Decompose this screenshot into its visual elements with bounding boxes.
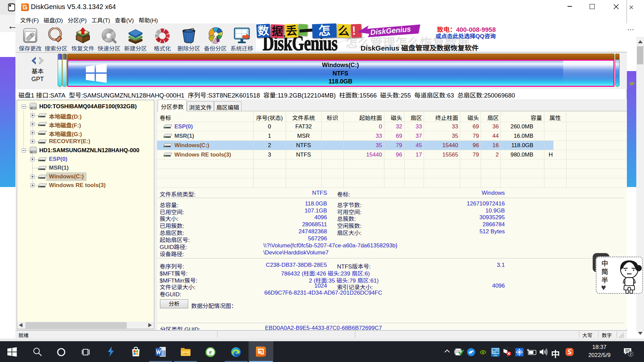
svg-text:2: 2	[630, 352, 632, 356]
svg-text:intel: intel	[493, 354, 497, 357]
svg-text:e: e	[209, 348, 212, 356]
